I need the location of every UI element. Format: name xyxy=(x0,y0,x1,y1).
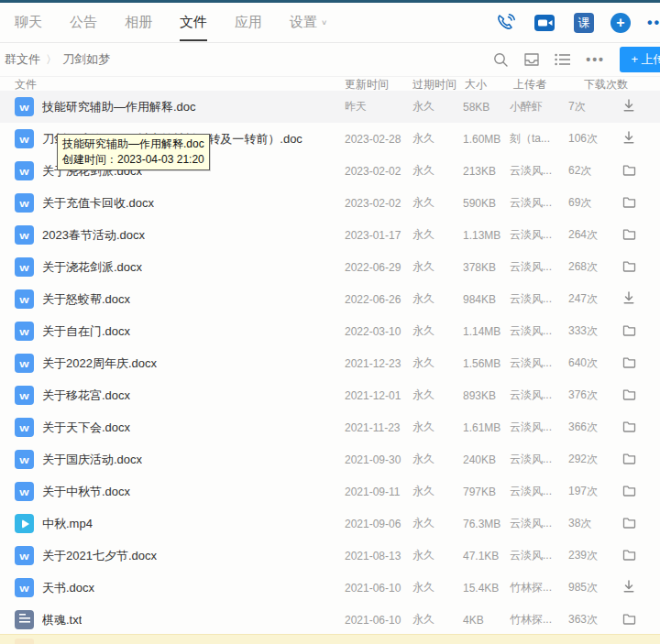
download-icon[interactable] xyxy=(622,291,635,307)
file-expire: 永久 xyxy=(412,379,434,411)
list-view-icon[interactable] xyxy=(555,53,571,66)
file-name[interactable]: 关于天下会.docx xyxy=(42,411,130,443)
file-uploader: 云淡风... xyxy=(510,347,566,379)
file-type-icon-cell: W xyxy=(15,379,34,411)
voice-call-icon[interactable] xyxy=(495,12,517,34)
folder-icon[interactable] xyxy=(622,517,636,531)
inbox-icon[interactable] xyxy=(523,52,540,67)
download-icon[interactable] xyxy=(622,580,635,595)
search-icon[interactable] xyxy=(493,52,509,68)
table-row[interactable]: W 关于移花宫.docx 2021-12-01 永久 893KB 云淡风... … xyxy=(0,379,660,411)
file-updated: 2022-06-26 xyxy=(345,283,401,315)
file-action-cell[interactable] xyxy=(622,251,636,283)
table-row[interactable]: W 关于充值卡回收.docx 2023-02-02 永久 590KB 云淡风..… xyxy=(0,187,660,219)
file-uploader: 云淡风... xyxy=(510,251,566,283)
more-menu-icon[interactable]: ••• xyxy=(647,15,660,31)
folder-icon[interactable] xyxy=(622,549,636,563)
file-action-cell[interactable] xyxy=(622,123,635,155)
file-expire: 永久 xyxy=(412,443,434,475)
file-action-cell[interactable] xyxy=(622,475,636,508)
file-expire: 永久 xyxy=(412,604,434,636)
add-icon[interactable]: + xyxy=(610,13,631,33)
file-action-cell[interactable] xyxy=(622,379,636,411)
table-row[interactable]: W 关于2021七夕节.docx 2021-08-13 永久 47.1KB 云淡… xyxy=(0,540,660,572)
folder-icon[interactable] xyxy=(622,613,636,628)
folder-icon[interactable] xyxy=(622,164,636,179)
download-icon[interactable] xyxy=(622,131,635,147)
file-updated: 2023-02-02 xyxy=(345,155,401,187)
file-name[interactable]: 关于浇花剑派.docx xyxy=(42,251,142,283)
table-row[interactable]: W 关于国庆活动.docx 2021-09-30 永久 240KB 云淡风...… xyxy=(0,443,660,475)
file-size: 47.1KB xyxy=(463,540,499,572)
file-name[interactable]: 关于2021七夕节.docx xyxy=(42,540,157,572)
tab-files[interactable]: 文件 xyxy=(180,3,207,42)
class-badge-icon[interactable]: 课 xyxy=(574,13,594,33)
file-name[interactable]: 2023春节活动.docx xyxy=(42,219,145,251)
table-row[interactable]: W 关于天下会.docx 2021-11-23 永久 1.61MB 云淡风...… xyxy=(0,411,660,443)
table-row[interactable]: W 2023春节活动.docx 2023-01-17 永久 1.13MB 云淡风… xyxy=(0,219,660,251)
file-action-cell[interactable] xyxy=(622,604,636,636)
file-name[interactable]: 棋魂.txt xyxy=(42,604,82,636)
file-type-icon-cell: W xyxy=(15,508,34,540)
folder-icon[interactable] xyxy=(622,388,636,403)
folder-icon[interactable] xyxy=(622,324,636,339)
file-download-count: 264次 xyxy=(568,219,598,251)
table-row[interactable]: W 中秋.mp4 2021-09-06 永久 76.3MB 云淡风... 38次 xyxy=(0,508,660,540)
table-row[interactable]: W 天书.docx 2021-06-10 永久 15.4KB 竹林探... 98… xyxy=(0,572,660,604)
file-name[interactable]: 技能研究辅助—作用解释.doc xyxy=(42,91,196,123)
tab-settings[interactable]: 设置 ∨ xyxy=(290,3,327,42)
file-expire: 永久 xyxy=(412,283,434,315)
file-download-count: 985次 xyxy=(568,572,598,604)
file-action-cell[interactable] xyxy=(622,540,636,572)
file-name[interactable]: 关于国庆活动.docx xyxy=(42,443,142,475)
folder-icon[interactable] xyxy=(622,260,636,275)
breadcrumb-root[interactable]: 群文件 xyxy=(5,51,40,68)
file-name[interactable]: 关于2022周年庆.docx xyxy=(42,347,157,379)
file-action-cell[interactable] xyxy=(622,572,635,604)
table-row[interactable]: W 技能研究辅助—作用解释.doc 昨天 永久 58KB 小醉虾 7次 xyxy=(0,91,660,123)
file-action-cell[interactable] xyxy=(622,508,636,540)
file-action-cell[interactable] xyxy=(622,91,635,123)
file-name[interactable]: 关于充值卡回收.docx xyxy=(42,187,154,219)
table-row[interactable]: W 关于自在门.docx 2022-03-10 永久 1.14MB 云淡风...… xyxy=(0,315,660,347)
folder-icon[interactable] xyxy=(622,356,636,371)
table-row[interactable]: W 关于中秋节.docx 2021-09-11 永久 797KB 云淡风... … xyxy=(0,475,660,508)
table-row[interactable]: W 关于浇花剑派.docx 2022-06-29 永久 378KB 云淡风...… xyxy=(0,251,660,283)
folder-icon[interactable] xyxy=(622,196,636,211)
file-name[interactable]: 关于怒蛟帮.docx xyxy=(42,283,130,315)
file-action-cell[interactable] xyxy=(622,347,636,379)
folder-icon[interactable] xyxy=(622,420,636,435)
file-updated: 2021-12-01 xyxy=(345,379,401,411)
folder-icon[interactable] xyxy=(622,228,636,243)
upload-button[interactable]: + 上传 xyxy=(620,47,660,72)
file-name[interactable]: 关于移花宫.docx xyxy=(42,379,130,411)
file-name[interactable]: 中秋.mp4 xyxy=(42,508,93,540)
file-name[interactable]: 关于自在门.docx xyxy=(42,315,130,347)
table-row[interactable]: W 关于怒蛟帮.docx 2022-06-26 永久 984KB 云淡风... … xyxy=(0,283,660,315)
file-action-cell[interactable] xyxy=(622,443,636,475)
table-row[interactable]: W 关于2022周年庆.docx 2021-12-23 永久 1.56MB 云淡… xyxy=(0,347,660,379)
more-actions-icon[interactable]: ••• xyxy=(586,52,605,67)
file-action-cell[interactable] xyxy=(622,219,636,251)
tab-apps[interactable]: 应用 xyxy=(235,3,262,42)
file-action-cell[interactable] xyxy=(622,315,636,347)
file-action-cell[interactable] xyxy=(622,283,635,315)
file-action-cell[interactable] xyxy=(622,411,636,443)
tab-announcement[interactable]: 公告 xyxy=(70,3,97,42)
file-type-icon: W xyxy=(15,225,34,245)
word-doc-icon: W xyxy=(19,294,28,304)
download-icon[interactable] xyxy=(622,99,635,115)
video-call-icon[interactable] xyxy=(534,12,557,34)
table-row[interactable]: W 棋魂.txt 2021-06-10 永久 4KB 竹林探... 363次 xyxy=(0,604,660,636)
file-action-cell[interactable] xyxy=(622,155,636,187)
tab-chat[interactable]: 聊天 xyxy=(15,3,42,42)
file-name[interactable]: 天书.docx xyxy=(42,572,94,604)
tab-album[interactable]: 相册 xyxy=(125,3,152,42)
file-action-cell[interactable] xyxy=(622,187,636,219)
folder-icon[interactable] xyxy=(622,485,636,499)
file-download-count: 366次 xyxy=(568,411,598,443)
folder-icon[interactable] xyxy=(622,453,636,467)
breadcrumb: 群文件 〉 刀剑如梦 xyxy=(5,43,110,76)
file-name[interactable]: 关于中秋节.docx xyxy=(42,475,130,508)
file-uploader: 云淡风... xyxy=(510,315,566,347)
